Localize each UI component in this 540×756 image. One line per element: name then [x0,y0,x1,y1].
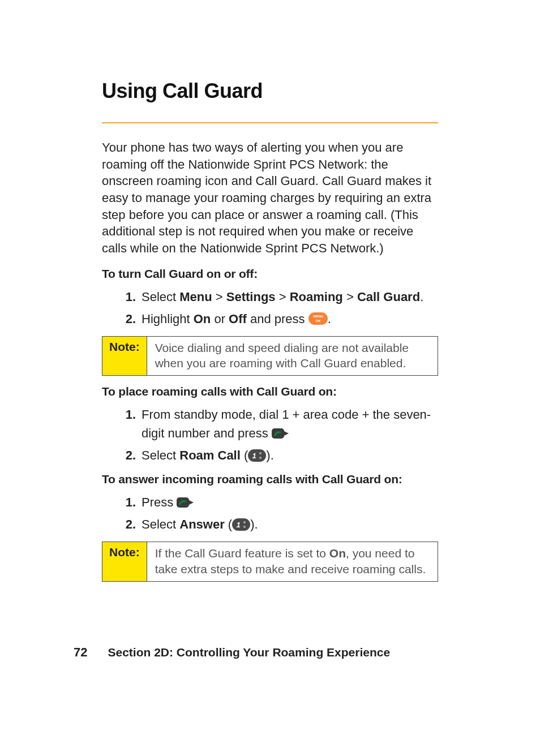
menu-path: Menu [179,290,212,304]
svg-point-14 [243,526,246,528]
text: > [343,290,357,304]
svg-point-13 [243,521,246,523]
text: > [212,290,226,304]
step-number: 2. [117,515,136,534]
svg-marker-10 [189,500,194,505]
steps-place: 1. From standby mode, dial 1 + area code… [117,405,438,465]
menu-path: Roaming [290,290,343,304]
text: Select [142,448,179,462]
step-body: Select Roam Call (1). [142,446,438,465]
text: Highlight [142,312,194,326]
section-label: Section 2D: Controlling Your Roaming Exp… [108,646,390,659]
step-body: Highlight On or Off and press MENUOK. [142,310,438,328]
talk-key-icon [272,427,289,440]
menu-ok-key-icon: MENUOK [308,312,328,325]
option: On [329,547,346,560]
list-item: 2. Select Answer (1). [117,515,438,534]
step-body: Press [142,493,438,512]
step-number: 2. [117,446,136,465]
svg-point-8 [259,457,262,459]
option: Answer [179,517,224,531]
step-number: 2. [117,310,136,328]
list-item: 1. Press [117,493,438,512]
svg-text:1: 1 [237,521,241,529]
list-item: 2. Highlight On or Off and press MENUOK. [117,310,438,328]
svg-rect-3 [272,428,284,439]
text: ). [250,517,258,531]
intro-paragraph: Your phone has two ways of alerting you … [102,139,438,257]
svg-rect-9 [177,497,189,508]
text: Select [142,517,179,531]
subhead-answer: To answer incoming roaming calls with Ca… [102,472,438,486]
note-box: Note: Voice dialing and speed dialing ar… [102,336,438,376]
page-title: Using Call Guard [102,79,438,106]
note-text: Voice dialing and speed dialing are not … [147,337,438,376]
text: Press [142,495,177,509]
option: Off [229,312,247,326]
menu-path: Call Guard [357,290,420,304]
steps-answer: 1. Press 2. Select Answer (1). [117,493,438,534]
step-body: From standby mode, dial 1 + area code + … [142,405,438,443]
page-footer: 72 Section 2D: Controlling Your Roaming … [74,645,390,660]
note-label: Note: [102,337,147,376]
note-text: If the Call Guard feature is set to On, … [147,542,438,581]
step-number: 1. [117,405,136,424]
note-box: Note: If the Call Guard feature is set t… [102,542,438,582]
text: ( [241,448,248,462]
list-item: 1. Select Menu > Settings > Roaming > Ca… [117,287,438,306]
subhead-turn: To turn Call Guard on or off: [102,267,438,281]
text: Select [142,290,179,304]
option: On [194,312,211,326]
svg-point-7 [259,452,262,454]
page-number: 72 [74,645,87,660]
list-item: 1. From standby mode, dial 1 + area code… [117,405,438,443]
text: ). [266,448,273,462]
text: and press [247,312,308,326]
talk-key-icon [177,496,194,509]
title-divider [102,122,438,123]
one-key-icon: 1 [232,518,250,531]
step-number: 1. [117,493,136,512]
step-body: Select Menu > Settings > Roaming > Call … [142,287,438,306]
subhead-place: To place roaming calls with Call Guard o… [102,385,438,398]
svg-rect-5 [248,449,266,462]
svg-marker-4 [284,431,289,436]
svg-rect-11 [232,518,250,531]
text: > [276,290,290,304]
option: Roam Call [179,448,241,462]
note-label: Note: [102,542,147,581]
step-body: Select Answer (1). [142,515,438,534]
list-item: 2. Select Roam Call (1). [117,446,438,465]
svg-text:MENU: MENU [313,315,323,318]
one-key-icon: 1 [248,449,266,462]
text: . [420,290,423,304]
text: ( [225,517,232,531]
text: . [328,312,331,326]
menu-path: Settings [226,290,276,304]
text: If the Call Guard feature is set to [155,547,329,560]
steps-turn: 1. Select Menu > Settings > Roaming > Ca… [117,287,438,328]
svg-text:1: 1 [252,452,256,460]
svg-text:OK: OK [315,319,321,323]
text: or [211,312,229,326]
step-number: 1. [117,287,136,306]
